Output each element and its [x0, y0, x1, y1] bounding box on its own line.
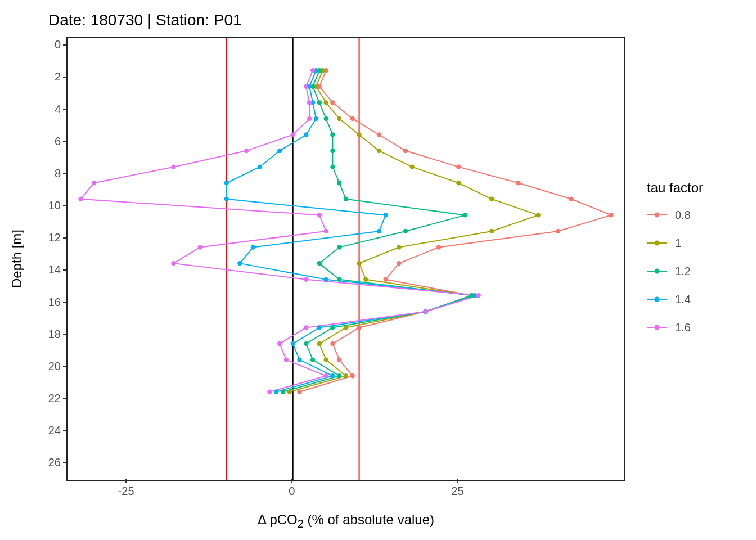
y-tick-label: 8	[38, 167, 61, 180]
legend-item: 1.4	[647, 288, 703, 310]
y-tick	[63, 366, 66, 367]
series-point	[267, 390, 272, 394]
series-point	[350, 374, 355, 378]
series-point	[307, 100, 312, 105]
series-point	[198, 245, 202, 249]
y-tick-label: 24	[38, 424, 61, 437]
y-tick-label: 20	[38, 360, 61, 373]
series-point	[310, 357, 315, 362]
y-tick	[63, 237, 66, 238]
legend-label: 0.8	[675, 209, 691, 222]
legend-title: tau factor	[647, 180, 703, 196]
series-point	[536, 213, 541, 217]
legend-swatch	[647, 317, 667, 338]
series-point	[337, 374, 341, 378]
x-tick-label: 25	[443, 485, 471, 498]
legend-item: 1.2	[647, 260, 703, 282]
series-point	[297, 390, 302, 394]
series-point	[344, 374, 348, 378]
y-tick-label: 10	[38, 199, 61, 212]
legend-item: 0.8	[647, 204, 703, 226]
series-point	[317, 213, 322, 217]
series-point	[323, 374, 328, 378]
series-point	[317, 261, 322, 266]
legend-swatch	[647, 261, 667, 281]
series-point	[337, 245, 341, 249]
series-point	[330, 132, 335, 137]
plot-svg	[68, 38, 624, 480]
series-point	[403, 148, 408, 153]
series-point	[489, 229, 494, 233]
series-point	[410, 164, 415, 169]
series-point	[403, 229, 408, 233]
legend-label: 1.2	[675, 265, 691, 278]
series-point	[357, 325, 361, 330]
x-axis-label: Δ pCO2 (% of absolute value)	[258, 512, 434, 530]
chart-title: Date: 180730 | Station: P01	[48, 11, 242, 29]
series-point	[489, 197, 494, 201]
y-tick	[63, 398, 66, 399]
y-tick	[63, 302, 66, 303]
series-point	[323, 229, 328, 233]
series-point	[377, 132, 381, 137]
y-tick-label: 12	[38, 231, 61, 244]
series-point	[337, 277, 341, 282]
series-point	[330, 148, 335, 153]
legend-swatch	[647, 205, 667, 225]
series-point	[456, 181, 461, 185]
series-point	[377, 148, 381, 153]
series-point	[330, 374, 335, 378]
series-point	[291, 132, 295, 137]
legend-item: 1	[647, 232, 703, 254]
series-point	[350, 116, 355, 121]
series-point	[224, 181, 229, 185]
y-tick	[63, 269, 66, 271]
series-point	[344, 325, 348, 330]
series-point	[291, 341, 295, 346]
series-point	[277, 148, 282, 153]
series-point	[330, 325, 335, 330]
series-point	[323, 357, 328, 362]
series-point	[224, 197, 229, 201]
x-tick	[125, 479, 127, 483]
series-point	[330, 341, 335, 346]
x-tick	[291, 479, 292, 483]
plot-area	[66, 37, 626, 482]
series-point	[287, 390, 292, 394]
series-point	[436, 245, 441, 249]
series-point	[384, 277, 388, 282]
y-tick-label: 2	[38, 70, 61, 83]
y-tick-label: 18	[38, 328, 61, 341]
y-tick	[63, 430, 66, 431]
y-tick	[63, 76, 66, 78]
series-point	[171, 261, 176, 266]
series-point	[281, 390, 285, 394]
series-point	[317, 100, 322, 105]
series-point	[556, 229, 560, 233]
y-tick	[63, 334, 66, 335]
series-point	[344, 197, 348, 201]
x-tick	[457, 479, 458, 483]
series-point	[304, 325, 308, 330]
series-point	[244, 148, 249, 153]
series-point	[304, 84, 308, 89]
series-point	[337, 357, 341, 362]
legend-label: 1	[675, 237, 681, 250]
series-line	[300, 70, 611, 392]
series-point	[317, 341, 322, 346]
chart-container: Date: 180730 | Station: P01 024681012141…	[0, 0, 756, 540]
series-point	[330, 100, 335, 105]
y-tick	[63, 141, 66, 142]
y-tick	[63, 462, 66, 464]
series-point	[377, 229, 381, 233]
series-point	[314, 116, 318, 121]
legend-swatch	[647, 233, 667, 253]
y-tick-label: 26	[38, 456, 61, 469]
series-point	[516, 181, 520, 185]
y-tick	[63, 109, 66, 110]
series-point	[363, 277, 368, 282]
series-point	[397, 261, 401, 266]
series-point	[609, 213, 613, 217]
series-point	[337, 181, 341, 185]
legend-swatch	[647, 289, 667, 309]
